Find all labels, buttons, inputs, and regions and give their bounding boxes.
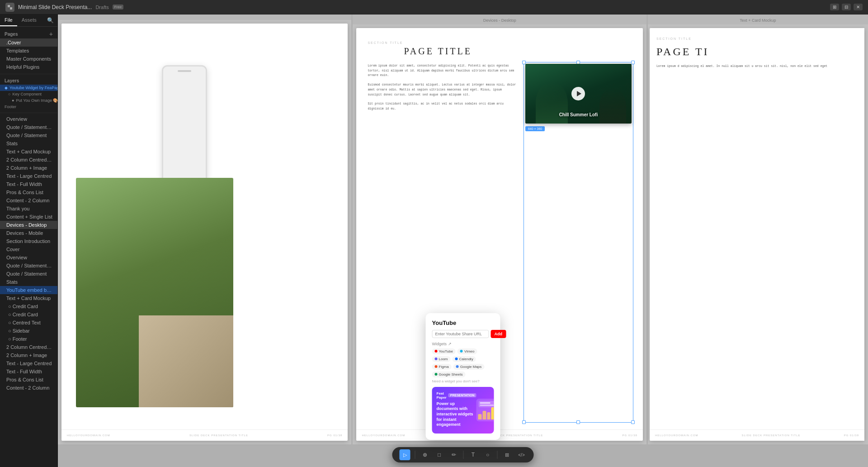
page-overview-2[interactable]: Overview [0, 253, 57, 262]
layer-key-component[interactable]: ○ Key Component [0, 91, 57, 97]
yt-widget-title: YouTube [432, 319, 494, 326]
yt-url-input[interactable] [432, 330, 489, 338]
page-text-card[interactable]: Text + Card Mockup [0, 148, 57, 156]
page-text-full[interactable]: Text - Full Width [0, 180, 57, 188]
page-quote-large-2[interactable]: Quote / Statement - Large [0, 262, 57, 270]
page-sidebar[interactable]: ○ Sidebar [0, 327, 57, 335]
slide-left: HELLOYOURDOMAIN.COM SLIDE DECK PRESENTAT… [61, 24, 348, 441]
footer-deck-right: SLIDE DECK PRESENTATION TITLE [742, 434, 801, 437]
app-logo [5, 3, 14, 12]
tab-assets[interactable]: Assets [17, 14, 41, 26]
panel-center-title: Devices - Desktop [353, 14, 646, 24]
page-content-list[interactable]: Content + Single List [0, 213, 57, 221]
page-2col-image[interactable]: 2 Column + Image [0, 164, 57, 172]
chip-loom[interactable]: Loom [432, 356, 451, 362]
layer-footer[interactable]: Footer [0, 104, 57, 110]
youtube-embed-preview: Chill Summer Lofi [525, 64, 632, 124]
yt-add-button[interactable]: Add [491, 330, 506, 338]
page-thank-you[interactable]: Thank you [0, 205, 57, 213]
chip-maps[interactable]: Google Maps [453, 364, 485, 370]
page-text-large[interactable]: Text - Large Centred [0, 172, 57, 180]
sidebar-item-templates[interactable]: Templates [0, 47, 57, 55]
close-btn[interactable]: ✕ [854, 4, 863, 10]
toolbar-components[interactable]: ⊞ [502, 450, 512, 460]
panel-right-content: SECTION TITLE PAGE TI Lorem ipsum d adip… [648, 24, 868, 444]
page-footer[interactable]: ○ Footer [0, 335, 57, 343]
footer-domain-center: HELLOYOURDOMAIN.COM [362, 434, 405, 437]
page-content-2col-2[interactable]: Content - 2 Column [0, 384, 57, 392]
page-stats[interactable]: Stats [0, 139, 57, 148]
yt-video-title-overlay: Chill Summer Lofi [525, 110, 632, 118]
page-centred-text[interactable]: ○ Centred Text [0, 319, 57, 327]
chip-youtube[interactable]: YouTube [432, 348, 456, 354]
tab-file[interactable]: File [0, 14, 17, 26]
page-quote[interactable]: Quote / Statement [0, 131, 57, 139]
chip-calendly[interactable]: Calendly [453, 356, 476, 362]
search-icon[interactable]: 🔍 [47, 17, 54, 24]
page-quote-2[interactable]: Quote / Statement [0, 270, 57, 278]
bar-4 [491, 407, 494, 419]
chip-maps-dot [456, 365, 459, 368]
chip-figma[interactable]: Figma [432, 364, 452, 370]
view-toggle-1[interactable]: ⊞ [830, 4, 839, 10]
page-youtube-embed[interactable]: YouTube embed by FeaPaper [0, 286, 57, 294]
page-content-2col[interactable]: Content - 2 Column [0, 196, 57, 205]
chip-vimeo[interactable]: Vimeo [458, 348, 477, 354]
toolbar-select[interactable]: ▷ [400, 449, 410, 460]
page-devices-desktop[interactable]: Devices - Desktop [0, 221, 57, 229]
yt-promo-banner[interactable]: Feat Paper PRESENTATION Power up documen… [432, 387, 494, 434]
chip-figma-dot [435, 365, 438, 368]
image-layer-icon: ● [12, 98, 14, 103]
panel-left-title [58, 14, 351, 20]
layers-label: Layers [5, 78, 19, 83]
sidebar: File Assets 🔍 Pages + .Cover Templates M… [0, 14, 58, 467]
page-cover-2[interactable]: Cover [0, 245, 57, 253]
layer-put-image[interactable]: ● Put You Own Image 🎨 [0, 97, 57, 104]
yt-video-title: Chill Summer Lofi [559, 112, 598, 117]
play-icon [577, 91, 581, 96]
page-overview[interactable]: Overview [0, 115, 57, 123]
page-text-full-2[interactable]: Text - Full Width [0, 367, 57, 376]
handle-br [631, 420, 635, 424]
view-toggle-2[interactable]: ⊟ [842, 4, 851, 10]
toolbar-frame[interactable]: ⊕ [420, 450, 430, 460]
toolbar-text[interactable]: T [468, 450, 478, 460]
toolbar-code[interactable]: </> [517, 450, 527, 460]
page-text-card-2[interactable]: Text + Card Mockup [0, 294, 57, 302]
sidebar-item-plugins[interactable]: Helpful Plugins [0, 63, 57, 71]
toolbar-rect[interactable]: □ [434, 450, 444, 460]
free-badge: Free [113, 5, 123, 10]
sidebar-item-cover[interactable]: .Cover [0, 38, 57, 47]
sidebar-item-master[interactable]: Master Components [0, 55, 57, 63]
promo-chart [478, 406, 494, 419]
page-text-large-2[interactable]: Text - Large Centred [0, 359, 57, 367]
svg-rect-1 [10, 7, 12, 10]
page-2col-image-2[interactable]: 2 Column + Image [0, 351, 57, 359]
layer-youtube-widget[interactable]: ◆ Youtube Widget by FeaPaper [0, 85, 57, 91]
add-page-btn[interactable]: + [49, 31, 53, 37]
slide-center-header: SECTION TITLE [368, 39, 631, 44]
page-devices-mobile[interactable]: Devices - Mobile [0, 229, 57, 237]
page-2col-centred[interactable]: 2 Column Centred + Image [0, 156, 57, 164]
page-2col-centred-img[interactable]: 2 Column Centred + Image [0, 343, 57, 351]
page-pros-cons[interactable]: Pros & Cons List [0, 188, 57, 196]
sub-component-icon: ○ [8, 92, 10, 96]
page-stats-2[interactable]: Stats [0, 278, 57, 286]
yt-chips-row-1: YouTube Vimeo Loom Calendly [432, 348, 494, 362]
svg-rect-0 [8, 5, 10, 7]
section-title-right: SECTION TITLE [656, 37, 858, 40]
footer-deck-left: SLIDE DECK PRESENTATION TITLE [189, 434, 248, 437]
page-quote-large[interactable]: Quote / Statement - Large [0, 123, 57, 131]
chip-sheets[interactable]: Google Sheets [432, 372, 466, 377]
bar-3 [487, 412, 491, 420]
toolbar-pen[interactable]: ✏ [449, 450, 459, 460]
page-2col-centred-2[interactable]: ○ Credit Card [0, 302, 57, 310]
page-section-intro[interactable]: Section Introduction [0, 237, 57, 245]
panel-left-content: HELLOYOURDOMAIN.COM SLIDE DECK PRESENTAT… [58, 20, 351, 444]
chip-calendly-dot [455, 357, 458, 360]
toolbar-ellipse[interactable]: ○ [483, 450, 493, 460]
yt-play-button[interactable] [571, 87, 585, 100]
yt-size-badge: 640 × 360 [525, 126, 545, 131]
page-credit-card[interactable]: ○ Credit Card [0, 310, 57, 319]
page-pros-cons-2[interactable]: Pros & Cons List [0, 376, 57, 384]
